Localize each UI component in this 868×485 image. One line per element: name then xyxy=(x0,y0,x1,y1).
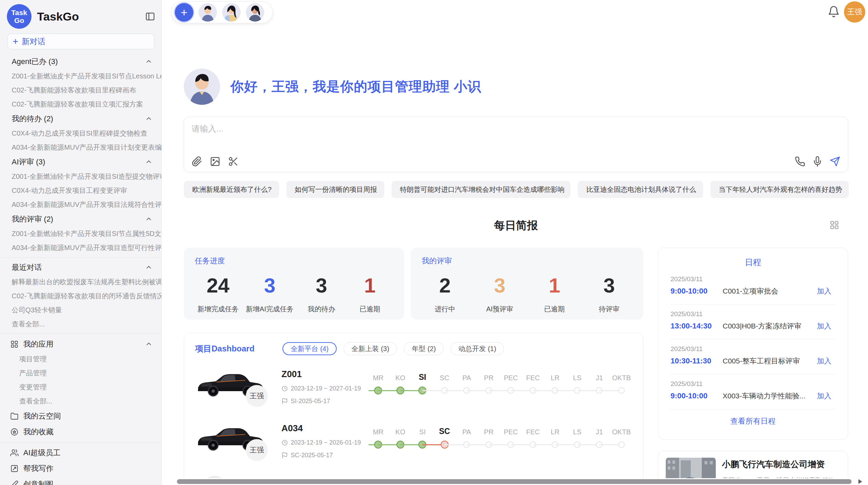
bell-icon[interactable] xyxy=(828,5,840,18)
sidebar-task-item[interactable]: C0X4-动力总成开发项目工程变更评审 xyxy=(0,184,161,198)
sidebar-header: Task Go TaskGo xyxy=(0,0,161,32)
sidebar-recent-chat-item[interactable]: 解释最新出台的欧盟报废车法规再生塑料比例被调至15%... xyxy=(0,275,161,289)
project-owner-badge: 王强 xyxy=(246,385,268,407)
milestone-label: FEC xyxy=(522,374,544,382)
schedule-item: 2025/03/11 13:00-14:30 C003|H0B-方案冻结评审 加… xyxy=(671,310,835,339)
phone-icon[interactable] xyxy=(795,156,805,167)
section-title: Agent已办 (3) xyxy=(12,57,58,67)
milestone-label: PA xyxy=(456,374,478,382)
milestone-dot-cell xyxy=(611,385,633,396)
suggestion-chip[interactable]: 比亚迪全固态电池计划具体说了什么 xyxy=(578,181,703,198)
mic-icon[interactable] xyxy=(812,156,823,167)
sidebar-section-agent-done[interactable]: Agent已办 (3) xyxy=(0,54,161,69)
suggestion-chip[interactable]: 如何写一份清晰的项目周报 xyxy=(286,181,384,198)
sidebar-task-item[interactable]: C02-飞腾新能源轻客改款项目里程碑画布 xyxy=(0,83,161,97)
stat: 2 进行中 xyxy=(424,272,466,314)
milestone-label: LR xyxy=(544,374,566,382)
project-row[interactable]: 王强 Z001 2023-12-19 ~ 2027-01-19 SI-2025-… xyxy=(195,368,632,409)
schedule-date: 2025/03/11 xyxy=(671,380,835,388)
sidebar-my-apps[interactable]: 我的应用 xyxy=(0,336,161,352)
scrollbar-thumb[interactable] xyxy=(177,479,852,484)
dashboard-tab[interactable]: 动总开发 (1) xyxy=(450,342,504,355)
suggestion-chip[interactable]: 特朗普可能对进口汽车增税会对中国车企造成哪些影响 xyxy=(391,181,571,198)
project-row[interactable]: 王强 A034 2023-12-19 ~ 2026-01-19 SC-2025-… xyxy=(195,422,632,463)
stat-label: 已逾期 xyxy=(534,304,575,314)
member-avatar[interactable] xyxy=(198,3,217,22)
attachment-icon[interactable] xyxy=(192,156,202,167)
sidebar-section-my-review[interactable]: 我的评审 (2) xyxy=(0,212,161,227)
sidebar-collapse-icon[interactable] xyxy=(145,11,155,22)
plus-icon: + xyxy=(13,37,18,46)
stat-value: 24 xyxy=(197,272,239,299)
user-avatar[interactable]: 王强 xyxy=(844,1,865,23)
schedule-join-link[interactable]: 加入 xyxy=(817,356,835,366)
schedule-date: 2025/03/11 xyxy=(671,275,835,283)
folder-icon xyxy=(10,412,19,420)
greeting-row: 你好，王强，我是你的项目管理助理 小识 xyxy=(184,69,481,105)
sidebar-app-item[interactable]: 变更管理 xyxy=(0,380,161,394)
sidebar-task-item[interactable]: Z001-全新燃油轻卡产品开发项目SI节点属性5D文件评审 xyxy=(0,227,161,241)
new-chat-button[interactable]: + 新对话 xyxy=(8,34,154,49)
suggestion-chip[interactable]: 欧洲新规最近颁布了什么? xyxy=(184,181,279,198)
milestone-track: MRKOSISCPAPRPECFECLRLSJ1OKTB xyxy=(367,368,632,409)
section-title: 我的待办 (2) xyxy=(12,114,53,124)
member-avatar[interactable] xyxy=(246,3,264,22)
scrollbar-right-arrow[interactable] xyxy=(858,479,862,484)
add-member-button[interactable]: + xyxy=(175,3,193,22)
sidebar-ai-super-staff[interactable]: AI超级员工 xyxy=(0,445,161,461)
sidebar-section-my-todo[interactable]: 我的待办 (2) xyxy=(0,111,161,126)
divider xyxy=(0,257,161,258)
chevron-up-icon xyxy=(145,215,153,223)
sidebar-cloud-space[interactable]: 我的云空间 xyxy=(0,408,161,424)
dashboard-tab[interactable]: 全新上装 (3) xyxy=(343,342,397,355)
schedule-time: 13:00-14:30 xyxy=(671,322,723,331)
view-all-schedule-link[interactable]: 查看所有日程 xyxy=(671,416,835,426)
sidebar-app-item[interactable]: 查看全部... xyxy=(0,394,161,408)
sidebar-task-item[interactable]: A034-全新新能源MUV产品开发项目计划变更表编写 xyxy=(0,140,161,154)
ai-super-staff-label: AI超级员工 xyxy=(23,448,153,458)
dashboard-tab[interactable]: 年型 (2) xyxy=(404,342,444,355)
schedule-join-link[interactable]: 加入 xyxy=(817,391,835,401)
suggestion-chip[interactable]: 当下年轻人对汽车外观有怎样的喜好趋势 xyxy=(710,181,849,198)
milestone-label: PR xyxy=(478,428,500,436)
sidebar-task-item[interactable]: Z001-全新燃油轻卡产品开发项目SI造型提交物评审 xyxy=(0,170,161,184)
image-icon[interactable] xyxy=(210,156,220,167)
milestone-label: SI xyxy=(411,373,434,382)
member-avatar[interactable] xyxy=(222,3,241,22)
sidebar-creative-draw[interactable]: 创意制图 xyxy=(0,476,161,485)
apps-grid-icon xyxy=(10,340,19,348)
sidebar-task-item[interactable]: A034-全新新能源MUV产品开发项目法规符合性评审 xyxy=(0,198,161,212)
schedule-join-link[interactable]: 加入 xyxy=(817,321,835,331)
sidebar-task-item[interactable]: C02-飞腾新能源轻客改款项目立项汇报方案 xyxy=(0,97,161,111)
sidebar-task-item[interactable]: A034-全新新能源MUV产品开发项目造型可行性评审 xyxy=(0,241,161,255)
stat: 1 已逾期 xyxy=(349,272,390,314)
scissors-icon[interactable] xyxy=(228,156,239,167)
send-icon[interactable] xyxy=(830,156,840,167)
sidebar-app-item[interactable]: 项目管理 xyxy=(0,352,161,366)
sidebar-task-item[interactable]: Z001-全新燃油皮卡产品开发项目SI节点Lesson Learn报告 xyxy=(0,69,161,83)
stat: 24 新增完成任务 xyxy=(197,272,239,314)
card-title: 我的评审 xyxy=(422,256,632,266)
horizontal-scrollbar xyxy=(162,478,868,485)
layout-grid-icon[interactable] xyxy=(830,220,839,230)
sidebar-favorites[interactable]: 我的收藏 xyxy=(0,424,161,440)
sidebar-recent-chat-item[interactable]: 查看全部... xyxy=(0,317,161,331)
schedule-name: X003-车辆动力学性能验... xyxy=(723,391,817,401)
sidebar-recent-chat-item[interactable]: 公司Q3轻卡销量 xyxy=(0,303,161,317)
sidebar-section-recent-chats[interactable]: 最近对话 xyxy=(0,260,161,275)
sidebar-task-item[interactable]: C0X4-动力总成开发项目SI里程碑提交物检查 xyxy=(0,126,161,140)
sidebar-help-write[interactable]: 帮我写作 xyxy=(0,461,161,476)
sidebar-recent-chat-item[interactable]: C02-飞腾新能源轻客改款项目的闭环通告反馈情况 xyxy=(0,289,161,303)
sidebar-app-item[interactable]: 产品管理 xyxy=(0,366,161,380)
chat-input[interactable] xyxy=(192,124,840,134)
schedule-join-link[interactable]: 加入 xyxy=(817,286,835,296)
stat-label: AI预评审 xyxy=(479,304,520,314)
milestone-label: LR xyxy=(544,428,566,436)
chevron-up-icon xyxy=(145,264,153,271)
project-date-range: 2023-12-19 ~ 2026-01-19 xyxy=(291,439,361,446)
sidebar-section-ai-review[interactable]: AI评审 (3) xyxy=(0,154,161,170)
dashboard-tab[interactable]: 全新平台 (4) xyxy=(282,342,337,355)
pen-icon xyxy=(10,480,19,485)
project-code: Z001 xyxy=(281,369,367,380)
chevron-up-icon xyxy=(145,58,153,65)
